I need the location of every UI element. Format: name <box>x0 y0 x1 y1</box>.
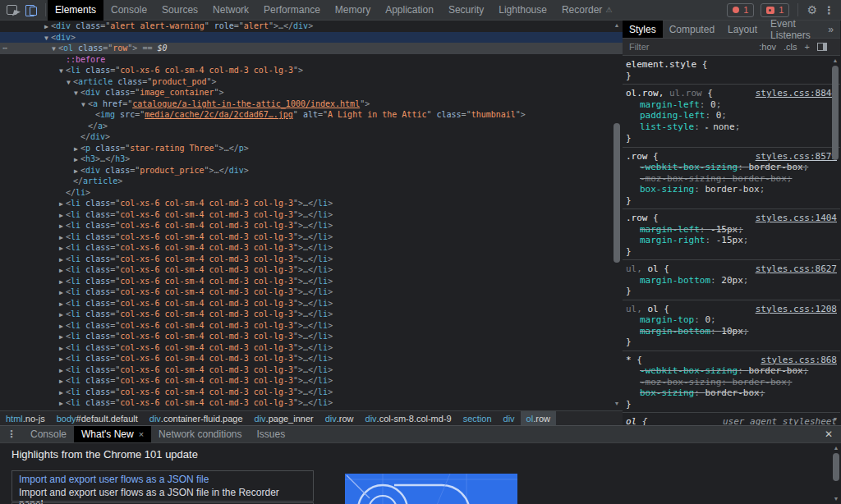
inspect-element-icon[interactable] <box>7 5 17 15</box>
tree-row[interactable]: ▶<div class="alert alert-warning" role="… <box>0 21 623 32</box>
css-selector[interactable]: ol.row, <box>626 88 664 99</box>
css-selector[interactable]: ol <box>642 304 659 314</box>
tree-row[interactable]: ▶<li class="col-xs-6 col-sm-4 col-md-3 c… <box>0 276 623 287</box>
device-toolbar-icon[interactable] <box>25 5 37 16</box>
stylesheet-link[interactable]: styles.css:8579 <box>756 151 837 163</box>
expand-arrow-icon[interactable]: ▶ <box>57 332 66 343</box>
css-selector[interactable]: .row <box>626 213 648 223</box>
expand-arrow-icon[interactable]: ▶ <box>71 166 80 177</box>
tree-row[interactable]: ▼<li class="col-xs-6 col-sm-4 col-md-3 c… <box>0 65 623 76</box>
expand-arrow-icon[interactable]: ▶ <box>57 387 66 399</box>
css-declaration[interactable]: -webkit-box-sizing: border-box; <box>626 365 837 377</box>
css-selector[interactable]: ul, <box>626 263 642 274</box>
expand-value-icon[interactable]: ▸ <box>705 124 713 131</box>
tree-row[interactable]: ▶<p class="star-rating Three">…</p> <box>0 143 623 154</box>
tree-row[interactable]: ▶<li class="col-xs-6 col-sm-4 col-md-3 c… <box>0 320 623 332</box>
expand-arrow-icon[interactable]: ▶ <box>42 21 51 33</box>
tree-row[interactable]: </div> <box>0 131 623 143</box>
css-selector[interactable]: element.style <box>626 59 696 70</box>
tree-row[interactable]: ▶<li class="col-xs-6 col-sm-4 col-md-3 c… <box>0 375 623 387</box>
tree-row[interactable]: ▶<li class="col-xs-6 col-sm-4 col-md-3 c… <box>0 298 623 309</box>
scroll-down-icon[interactable]: ▼ <box>612 400 622 408</box>
toggle-sidebar-icon[interactable] <box>817 43 827 51</box>
expand-arrow-icon[interactable]: ▼ <box>49 44 58 55</box>
scrollbar-thumb[interactable] <box>832 66 839 160</box>
tab-close-icon[interactable]: × <box>139 429 144 439</box>
expand-arrow-icon[interactable]: ▶ <box>57 254 66 266</box>
filter-control-cls[interactable]: .cls <box>784 42 797 52</box>
tree-row[interactable]: </a> <box>0 121 623 132</box>
scroll-up-icon[interactable]: ▲ <box>830 57 840 65</box>
expand-arrow-icon[interactable]: ▶ <box>57 287 66 299</box>
stylesheet-link[interactable]: styles.css:8627 <box>756 263 837 275</box>
stylesheet-link[interactable]: styles.css:1208 <box>756 304 837 315</box>
css-declaration[interactable]: padding-left: 0; <box>626 110 837 121</box>
tree-row[interactable]: ▶<h3>…</h3> <box>0 153 623 165</box>
resource-link[interactable]: media/cache/2c/da/2cdad67….jpg <box>145 110 293 119</box>
filter-control-[interactable]: + <box>805 42 810 52</box>
css-selector[interactable]: ul, <box>626 304 642 314</box>
tab-memory[interactable]: Memory <box>328 0 378 21</box>
expand-arrow-icon[interactable]: ▶ <box>57 376 66 387</box>
whats-new-thumbnail[interactable] <box>345 474 517 504</box>
expand-arrow-icon[interactable]: ▼ <box>79 99 88 111</box>
expand-arrow-icon[interactable]: ▶ <box>57 299 66 310</box>
drawer-scrollbar[interactable]: ▲ ▼ <box>831 443 841 504</box>
tree-row[interactable]: ▶<li class="col-xs-6 col-sm-4 col-md-3 c… <box>0 309 623 320</box>
expand-arrow-icon[interactable]: ▶ <box>57 343 66 355</box>
tree-row[interactable]: ▶<li class="col-xs-6 col-sm-4 col-md-3 c… <box>0 220 623 231</box>
css-declaration[interactable]: -webkit-box-sizing: border-box; <box>626 162 837 173</box>
css-declaration[interactable]: margin-right: -15px; <box>626 235 837 246</box>
scrollbar-thumb[interactable] <box>614 123 620 263</box>
stylesheet-link[interactable]: styles.css:868 <box>761 355 837 366</box>
tree-row[interactable]: ▶<li class="col-xs-6 col-sm-4 col-md-3 c… <box>0 387 623 398</box>
breadcrumb-item[interactable]: section <box>457 411 498 426</box>
css-declaration[interactable]: box-sizing: border-box; <box>626 387 837 399</box>
drawer-tab-console[interactable]: Console <box>23 426 74 442</box>
expand-arrow-icon[interactable]: ▶ <box>57 277 66 288</box>
tree-row[interactable]: ▼<a href="catalogue/a-light-in-the-attic… <box>0 99 623 110</box>
tree-row[interactable]: ▼<article class="product_pod"> <box>0 76 623 88</box>
tree-row[interactable]: ▶<li class="col-xs-6 col-sm-4 col-md-3 c… <box>0 231 623 243</box>
scroll-down-icon[interactable]: ▼ <box>831 495 841 503</box>
breadcrumb-item[interactable]: div <box>498 411 521 426</box>
sidebar-tab-layout[interactable]: Layout <box>721 21 764 38</box>
expand-arrow-icon[interactable]: ▶ <box>71 144 80 155</box>
tree-row[interactable]: ▶<li class="col-xs-6 col-sm-4 col-md-3 c… <box>0 342 623 354</box>
expand-arrow-icon[interactable]: ▶ <box>57 321 66 332</box>
tree-row[interactable]: </li> <box>0 187 623 199</box>
breadcrumb-item[interactable]: body#default.default <box>51 411 144 426</box>
css-declaration[interactable]: margin-bottom: 20px; <box>626 275 837 286</box>
more-tabs-icon[interactable]: » <box>821 21 840 38</box>
whats-new-card-title[interactable]: Import and export user flows as a JSON f… <box>19 474 306 485</box>
breadcrumb-item[interactable]: div.row <box>319 411 360 426</box>
expand-arrow-icon[interactable]: ▼ <box>64 77 73 89</box>
css-declaration[interactable]: -moz-box-sizing: border-box; <box>626 377 837 388</box>
breadcrumb-item[interactable]: html.no-js <box>0 411 51 426</box>
issues-badge[interactable]: 1 <box>761 3 789 17</box>
sidebar-tab-styles[interactable]: Styles <box>623 21 663 38</box>
settings-gear-icon[interactable]: ⚙ <box>807 4 817 16</box>
tree-row[interactable]: ▶<li class="col-xs-6 col-sm-4 col-md-3 c… <box>0 286 623 298</box>
tree-row[interactable]: ::before <box>0 54 623 66</box>
tree-row[interactable]: ▼<div class="image_container"> <box>0 87 623 99</box>
expand-arrow-icon[interactable]: ▶ <box>71 154 80 166</box>
expand-arrow-icon[interactable]: ▶ <box>57 199 66 210</box>
more-options-icon[interactable]: ⋮ <box>824 4 834 16</box>
stylesheet-link[interactable]: styles.css:8844 <box>756 88 837 99</box>
expand-arrow-icon[interactable]: ▶ <box>57 354 66 365</box>
tree-row[interactable]: <img src="media/cache/2c/da/2cdad67….jpg… <box>0 109 623 121</box>
tree-row[interactable]: ▶<li class="col-xs-6 col-sm-4 col-md-3 c… <box>0 254 623 265</box>
node-menu-dots-icon[interactable]: ⋯ <box>2 43 8 54</box>
scrollbar-thumb[interactable] <box>833 453 839 481</box>
breadcrumb-item[interactable]: div.col-sm-8.col-md-9 <box>360 411 457 426</box>
drawer-tab-network-conditions[interactable]: Network conditions <box>151 426 249 442</box>
sidebar-tab-computed[interactable]: Computed <box>663 21 721 38</box>
tab-network[interactable]: Network <box>205 0 256 21</box>
sidebar-tab-event-listeners[interactable]: Event Listeners <box>764 21 821 38</box>
expand-arrow-icon[interactable]: ▶ <box>57 221 66 232</box>
tree-row[interactable]: ▶<li class="col-xs-6 col-sm-4 col-md-3 c… <box>0 331 623 342</box>
scroll-up-icon[interactable]: ▲ <box>831 444 841 452</box>
expand-arrow-icon[interactable]: ▶ <box>57 243 66 254</box>
tree-row[interactable]: </article> <box>0 176 623 187</box>
